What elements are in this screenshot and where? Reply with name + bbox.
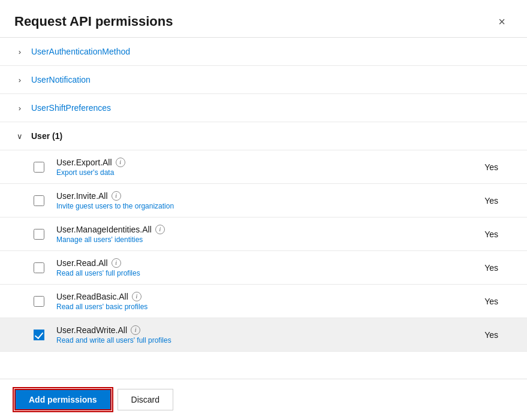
info-icon-user-invite[interactable]: i bbox=[112, 191, 121, 201]
chevron-down-icon: ∨ bbox=[14, 131, 25, 141]
perm-name-user-export: User.Export.All i bbox=[56, 158, 484, 167]
perm-row-user-manage: User.ManageIdentities.All i Manage all u… bbox=[0, 217, 527, 251]
perm-row-user-read: User.Read.All i Read all users' full pro… bbox=[0, 251, 527, 285]
discard-button[interactable]: Discard bbox=[118, 389, 173, 410]
info-icon-user-export[interactable]: i bbox=[116, 158, 125, 167]
perm-consent-user-export: Yes bbox=[484, 162, 513, 172]
perm-checkbox-user-read[interactable] bbox=[34, 262, 44, 273]
perm-desc-user-readbasic: Read all users' basic profiles bbox=[56, 303, 484, 311]
section-user-expanded[interactable]: ∨ User (1) bbox=[0, 122, 527, 150]
add-permissions-button[interactable]: Add permissions bbox=[14, 389, 112, 410]
info-icon-user-readbasic[interactable]: i bbox=[132, 292, 141, 301]
perm-desc-user-readwrite: Read and write all users' full profiles bbox=[56, 336, 484, 345]
dialog-title: Request API permissions bbox=[14, 14, 173, 29]
section-label-user: User (1) bbox=[31, 131, 62, 141]
section-user-auth[interactable]: › UserAuthenticationMethod bbox=[0, 38, 527, 66]
perm-name-user-manage: User.ManageIdentities.All i bbox=[56, 225, 484, 234]
perm-row-user-export: User.Export.All i Export user's data Yes bbox=[0, 150, 527, 184]
perm-consent-user-invite: Yes bbox=[484, 196, 513, 206]
dialog-footer: Add permissions Discard bbox=[0, 379, 527, 420]
perm-info-user-export: User.Export.All i Export user's data bbox=[56, 158, 484, 177]
perm-checkbox-user-readbasic[interactable] bbox=[34, 296, 44, 307]
perm-consent-user-readbasic: Yes bbox=[484, 297, 513, 306]
section-label-user-auth: UserAuthenticationMethod bbox=[31, 47, 130, 56]
perm-row-user-readwrite: User.ReadWrite.All i Read and write all … bbox=[0, 318, 527, 352]
request-api-permissions-dialog: Request API permissions × › UserAuthenti… bbox=[0, 0, 527, 420]
section-user-notif[interactable]: › UserNotification bbox=[0, 66, 527, 94]
section-label-user-shift: UserShiftPreferences bbox=[31, 103, 111, 113]
dialog-header: Request API permissions × bbox=[0, 0, 527, 37]
chevron-right-icon: › bbox=[14, 46, 25, 57]
perm-row-user-readbasic: User.ReadBasic.All i Read all users' bas… bbox=[0, 285, 527, 318]
perm-desc-user-invite: Invite guest users to the organization bbox=[56, 202, 484, 210]
perm-checkbox-user-readwrite[interactable] bbox=[34, 330, 44, 340]
perm-name-user-read: User.Read.All i bbox=[56, 258, 484, 268]
perm-consent-user-readwrite: Yes bbox=[484, 330, 513, 340]
section-user-shift[interactable]: › UserShiftPreferences bbox=[0, 94, 527, 122]
info-icon-user-manage[interactable]: i bbox=[155, 225, 165, 234]
perm-info-user-readwrite: User.ReadWrite.All i Read and write all … bbox=[56, 325, 484, 345]
perm-consent-user-manage: Yes bbox=[484, 229, 513, 239]
chevron-right-icon: › bbox=[14, 74, 25, 85]
perm-name-user-readwrite: User.ReadWrite.All i bbox=[56, 325, 484, 335]
perm-info-user-manage: User.ManageIdentities.All i Manage all u… bbox=[56, 225, 484, 244]
info-icon-user-read[interactable]: i bbox=[112, 258, 121, 268]
perm-info-user-readbasic: User.ReadBasic.All i Read all users' bas… bbox=[56, 292, 484, 311]
perm-checkbox-user-invite[interactable] bbox=[34, 195, 44, 206]
perm-desc-user-manage: Manage all users' identities bbox=[56, 235, 484, 244]
perm-name-user-invite: User.Invite.All i bbox=[56, 191, 484, 201]
perm-checkbox-user-export[interactable] bbox=[34, 162, 44, 173]
perm-desc-user-export: Export user's data bbox=[56, 168, 484, 177]
dialog-content: › UserAuthenticationMethod › UserNotific… bbox=[0, 37, 527, 379]
perm-desc-user-read: Read all users' full profiles bbox=[56, 269, 484, 277]
perm-info-user-invite: User.Invite.All i Invite guest users to … bbox=[56, 191, 484, 210]
perm-row-user-invite: User.Invite.All i Invite guest users to … bbox=[0, 184, 527, 217]
info-icon-user-readwrite[interactable]: i bbox=[131, 325, 140, 335]
chevron-right-icon: › bbox=[14, 102, 25, 113]
close-button[interactable]: × bbox=[493, 13, 510, 30]
perm-info-user-read: User.Read.All i Read all users' full pro… bbox=[56, 258, 484, 277]
perm-consent-user-read: Yes bbox=[484, 263, 513, 273]
perm-checkbox-user-manage[interactable] bbox=[34, 229, 44, 240]
section-label-user-notif: UserNotification bbox=[31, 75, 91, 84]
perm-name-user-readbasic: User.ReadBasic.All i bbox=[56, 292, 484, 301]
